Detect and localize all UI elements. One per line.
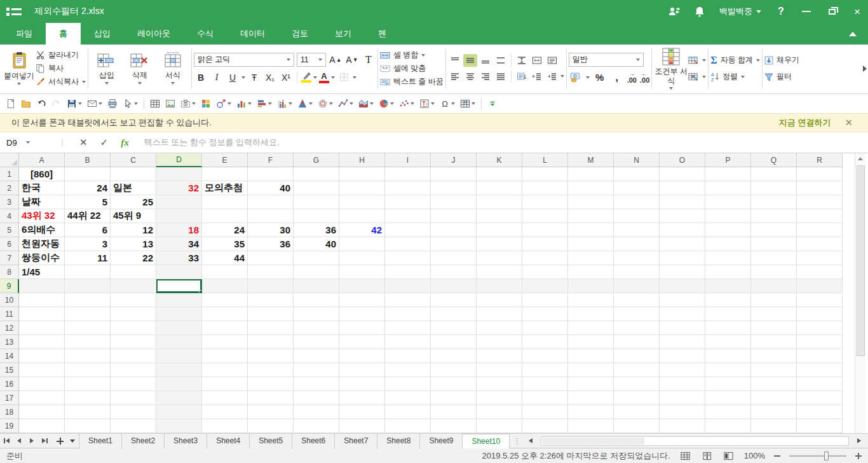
cell-M1[interactable] xyxy=(568,167,614,181)
cell-K8[interactable] xyxy=(477,265,522,279)
delete-cells-button[interactable]: 삭제 xyxy=(123,51,156,86)
select-cursor-icon[interactable] xyxy=(121,96,140,111)
cell-N19[interactable] xyxy=(614,419,660,433)
cell-D9[interactable] xyxy=(156,279,202,293)
highlight-color-button[interactable] xyxy=(301,72,311,83)
cell-M9[interactable] xyxy=(568,279,614,293)
cell-A14[interactable] xyxy=(19,349,65,363)
cell-J8[interactable] xyxy=(431,265,477,279)
cell-D5[interactable]: 18 xyxy=(156,223,202,237)
row-header-2[interactable]: 2 xyxy=(0,181,19,195)
cell-I10[interactable] xyxy=(385,293,431,307)
cell-R19[interactable] xyxy=(797,419,843,433)
cell-I3[interactable] xyxy=(385,195,431,209)
cell-B7[interactable]: 11 xyxy=(65,251,111,265)
insert-cells-button[interactable]: 삽입 xyxy=(90,51,123,86)
cell-I5[interactable] xyxy=(385,223,431,237)
cell-D13[interactable] xyxy=(156,335,202,349)
cell-A8[interactable]: 1/45 xyxy=(19,265,65,279)
cell-C6[interactable]: 13 xyxy=(111,237,156,251)
cell-G17[interactable] xyxy=(294,391,339,405)
cell-A6[interactable]: 천원자동 xyxy=(19,237,65,251)
cell-I15[interactable] xyxy=(385,363,431,377)
cell-M2[interactable] xyxy=(568,181,614,195)
cell-J4[interactable] xyxy=(431,209,477,223)
cell-I18[interactable] xyxy=(385,405,431,419)
cell-Q7[interactable] xyxy=(751,251,797,265)
cell-F5[interactable]: 30 xyxy=(248,223,294,237)
cell-H18[interactable] xyxy=(339,405,385,419)
cell-P5[interactable] xyxy=(705,223,751,237)
currency-format-button[interactable] xyxy=(569,71,583,85)
cell-M12[interactable] xyxy=(568,321,614,335)
table-style-button[interactable] xyxy=(688,55,706,66)
cell-M10[interactable] xyxy=(568,293,614,307)
cell-G7[interactable] xyxy=(294,251,339,265)
chart-line-icon[interactable] xyxy=(336,96,355,111)
insert-function-icon[interactable]: fx xyxy=(121,137,129,148)
formula-enter-icon[interactable]: ✓ xyxy=(100,137,109,148)
cell-K7[interactable] xyxy=(477,251,522,265)
cell-H15[interactable] xyxy=(339,363,385,377)
cell-B5[interactable]: 6 xyxy=(65,223,111,237)
cell-H17[interactable] xyxy=(339,391,385,405)
cell-I17[interactable] xyxy=(385,391,431,405)
row-header-15[interactable]: 15 xyxy=(0,363,19,377)
cell-B18[interactable] xyxy=(65,405,111,419)
cell-D16[interactable] xyxy=(156,377,202,391)
border-button[interactable] xyxy=(337,71,351,85)
sheet-tab-sheet7[interactable]: Sheet7 xyxy=(335,434,377,448)
cell-R7[interactable] xyxy=(797,251,843,265)
last-sheet-icon[interactable] xyxy=(38,434,51,448)
cell-H2[interactable] xyxy=(339,181,385,195)
cell-D4[interactable] xyxy=(156,209,202,223)
cell-H5[interactable]: 42 xyxy=(339,223,385,237)
cell-B11[interactable] xyxy=(65,307,111,321)
cell-R5[interactable] xyxy=(797,223,843,237)
menu-tab-2[interactable]: 홈 xyxy=(46,23,81,45)
add-sheet-icon[interactable] xyxy=(53,434,66,448)
cell-D14[interactable] xyxy=(156,349,202,363)
chart-pie-icon[interactable] xyxy=(377,96,396,111)
cell-D7[interactable]: 33 xyxy=(156,251,202,265)
cell-Q9[interactable] xyxy=(751,279,797,293)
cell-J16[interactable] xyxy=(431,377,477,391)
cell-J14[interactable] xyxy=(431,349,477,363)
cell-G11[interactable] xyxy=(294,307,339,321)
cell-N11[interactable] xyxy=(614,307,660,321)
cell-B9[interactable] xyxy=(65,279,111,293)
cell-L3[interactable] xyxy=(522,195,568,209)
cell-H14[interactable] xyxy=(339,349,385,363)
cell-C7[interactable]: 22 xyxy=(111,251,156,265)
cell-I4[interactable] xyxy=(385,209,431,223)
fit-to-cell-button[interactable]: 셀에 맞춤 xyxy=(380,63,444,74)
cell-M3[interactable] xyxy=(568,195,614,209)
cell-M11[interactable] xyxy=(568,307,614,321)
cell-F15[interactable] xyxy=(248,363,294,377)
cell-G9[interactable] xyxy=(294,279,339,293)
cell-I7[interactable] xyxy=(385,251,431,265)
column-header-P[interactable]: P xyxy=(705,153,751,167)
superscript-button[interactable]: X¹ xyxy=(279,71,293,85)
cell-I19[interactable] xyxy=(385,419,431,433)
row-header-16[interactable]: 16 xyxy=(0,377,19,391)
cell-N15[interactable] xyxy=(614,363,660,377)
cell-Q13[interactable] xyxy=(751,335,797,349)
cell-L4[interactable] xyxy=(522,209,568,223)
cell-O16[interactable] xyxy=(660,377,705,391)
sort-button[interactable]: AZ 정렬 xyxy=(710,71,760,83)
cell-Q4[interactable] xyxy=(751,209,797,223)
cell-J17[interactable] xyxy=(431,391,477,405)
align-right-icon[interactable] xyxy=(478,70,492,83)
cell-K1[interactable] xyxy=(477,167,522,181)
cell-P15[interactable] xyxy=(705,363,751,377)
row-header-18[interactable]: 18 xyxy=(0,405,19,419)
cell-M5[interactable] xyxy=(568,223,614,237)
screenshot-icon[interactable] xyxy=(179,96,198,111)
cell-P13[interactable] xyxy=(705,335,751,349)
cell-H6[interactable] xyxy=(339,237,385,251)
cell-O14[interactable] xyxy=(660,349,705,363)
cell-K4[interactable] xyxy=(477,209,522,223)
column-header-Q[interactable]: Q xyxy=(751,153,797,167)
cell-M19[interactable] xyxy=(568,419,614,433)
